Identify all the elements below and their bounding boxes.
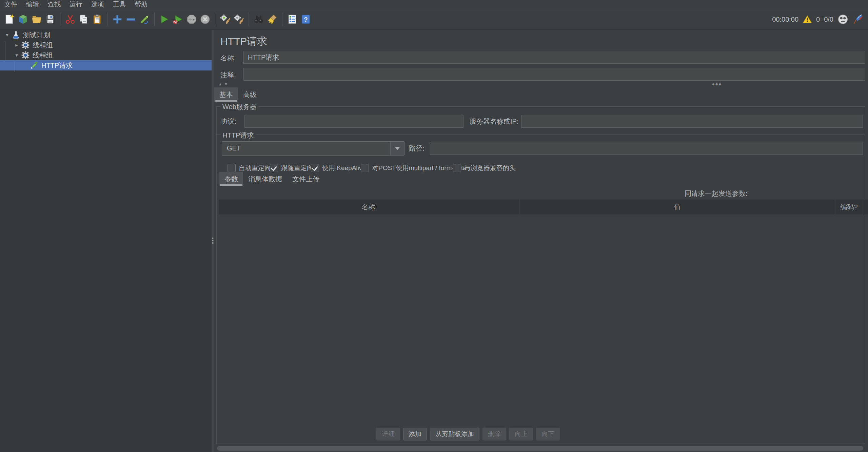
svg-text:?: ? (304, 16, 308, 23)
checkbox-label: 自动重定向 (239, 164, 271, 172)
status-ball-icon (837, 14, 848, 25)
toggle-icon[interactable] (139, 14, 150, 25)
panel-splitter-dots[interactable]: ••• (712, 80, 722, 89)
threads-ratio: 0/0 (824, 16, 833, 23)
menu-item[interactable]: 编辑 (22, 0, 43, 9)
panel-splitter-arrows[interactable]: ▲▼ (218, 82, 230, 86)
web-server-group: Web服务器 协议: 服务器名称或IP: (216, 106, 865, 135)
tab-参数[interactable]: 参数 (219, 172, 243, 186)
http-request-icon (30, 61, 39, 70)
tree-node-label: HTTP请求 (41, 61, 73, 70)
checkbox-unchecked-icon[interactable] (453, 164, 461, 172)
horizontal-scrollbar[interactable] (217, 446, 863, 451)
shutdown-icon (199, 14, 211, 25)
remote-shutdown-all-icon[interactable] (233, 14, 244, 25)
chevron-down-icon[interactable] (390, 142, 404, 155)
copy-icon[interactable] (78, 14, 90, 25)
warning-icon[interactable] (803, 15, 812, 24)
menu-item[interactable]: 查找 (43, 0, 65, 9)
remote-start-all-icon[interactable] (219, 14, 231, 25)
test-plan-tree: ▾测试计划▸线程组▾线程组HTTP请求 (0, 30, 212, 452)
tab-消息体数据[interactable]: 消息体数据 (243, 172, 287, 186)
tree-expander-down-icon[interactable]: ▾ (3, 32, 12, 38)
menu-item[interactable]: 文件 (0, 0, 22, 9)
button-向上: 向上 (509, 428, 533, 440)
checkbox-unchecked-icon[interactable] (228, 164, 236, 172)
log-viewer-icon[interactable] (287, 14, 298, 25)
send-params-label: 同请求一起发送参数: (685, 189, 748, 198)
button-从剪贴板添加[interactable]: 从剪贴板添加 (430, 428, 479, 440)
http-request-panel: HTTP请求 名称: 注释: ▲▼ ••• 基本高级 Web服务器 协议: 服务… (214, 30, 868, 452)
clear-all-icon[interactable] (267, 14, 278, 25)
save-icon[interactable] (44, 14, 56, 25)
protocol-input[interactable] (244, 115, 463, 128)
method-value: GET (222, 142, 390, 155)
menu-item[interactable]: 工具 (108, 0, 130, 9)
tab-高级[interactable]: 高级 (238, 87, 262, 102)
checkbox-label: 与浏览器兼容的头 (464, 164, 516, 172)
comment-input[interactable] (243, 68, 865, 81)
tab-基本[interactable]: 基本 (214, 87, 238, 102)
tree-node-线程组[interactable]: ▾线程组 (0, 50, 212, 60)
button-向下: 向下 (536, 428, 560, 440)
toolbar: STOP? 00:00:00 0 0/0 (0, 9, 868, 30)
start-no-pauses-icon[interactable] (172, 14, 184, 25)
tree-expander-right-icon[interactable]: ▸ (12, 42, 21, 48)
start-icon[interactable] (159, 14, 170, 25)
search-icon[interactable] (253, 14, 264, 25)
button-删除: 删除 (482, 428, 506, 440)
name-input[interactable] (243, 51, 865, 64)
checkbox-自动重定向[interactable]: 自动重定向 (228, 164, 271, 172)
checkbox-checked-icon[interactable] (270, 164, 278, 172)
cut-icon[interactable] (64, 14, 76, 25)
templates-icon[interactable] (17, 14, 29, 25)
test-plan-icon (12, 30, 20, 39)
paste-icon[interactable] (92, 14, 103, 25)
toolbar-separator (60, 13, 60, 26)
path-input[interactable] (430, 142, 863, 155)
add-icon[interactable] (112, 14, 123, 25)
checkbox-unchecked-icon[interactable] (361, 164, 369, 172)
params-buttons-row: 详细添加从剪贴板添加删除向上向下 (376, 428, 560, 440)
elapsed-time: 00:00:00 (772, 16, 798, 23)
toolbar-separator (107, 13, 107, 26)
thread-group-icon (21, 41, 30, 49)
params-tabstrip: 参数消息体数据文件上传 (219, 172, 324, 186)
column-header-编码?: 编码? (835, 200, 863, 214)
open-icon[interactable] (31, 14, 42, 25)
checkbox-checked-icon[interactable] (311, 164, 319, 172)
button-详细: 详细 (376, 428, 400, 440)
tab-文件上传[interactable]: 文件上传 (287, 172, 324, 186)
checkbox-使用 KeepAlive[interactable]: 使用 KeepAlive (311, 164, 366, 172)
web-server-legend: Web服务器 (221, 102, 258, 111)
method-select[interactable]: GET (222, 141, 405, 156)
checkbox-对POST使用multipart / form-data[interactable]: 对POST使用multipart / form-data (361, 164, 467, 172)
checkbox-跟随重定向[interactable]: 跟随重定向 (270, 164, 313, 172)
menu-item[interactable]: 选项 (87, 0, 108, 9)
jmeter-window: 文件编辑查找运行选项工具帮助 STOP? 00:00:00 0 0/0 ▾测试计… (0, 0, 868, 452)
tree-node-label: 线程组 (33, 51, 53, 60)
tree-expander-down-icon[interactable]: ▾ (12, 52, 21, 58)
tree-node-HTTP请求[interactable]: HTTP请求 (0, 60, 212, 70)
column-header-值: 值 (520, 200, 835, 214)
new-file-icon[interactable] (4, 14, 15, 25)
page-title: HTTP请求 (220, 35, 267, 48)
column-header-clipped (863, 200, 868, 214)
column-header-名称:: 名称: (219, 200, 519, 214)
function-helper-icon[interactable]: ? (300, 14, 312, 25)
toolbar-status-cluster: 00:00:00 0 0/0 (772, 14, 863, 25)
params-table-header: 名称:值编码? (219, 200, 868, 214)
tree-node-线程组[interactable]: ▸线程组 (0, 40, 212, 50)
protocol-label: 协议: (221, 117, 236, 126)
config-tabstrip: 基本高级 (214, 87, 262, 102)
server-name-label: 服务器名称或IP: (470, 117, 518, 126)
path-label: 路径: (409, 144, 425, 153)
server-name-input[interactable] (521, 115, 863, 128)
menu-item[interactable]: 运行 (65, 0, 87, 9)
remove-icon[interactable] (125, 14, 137, 25)
checkbox-与浏览器兼容的头[interactable]: 与浏览器兼容的头 (453, 164, 516, 172)
button-添加[interactable]: 添加 (403, 428, 427, 440)
tree-node-测试计划[interactable]: ▾测试计划 (0, 30, 212, 40)
comment-label: 注释: (220, 70, 236, 80)
menu-item[interactable]: 帮助 (130, 0, 152, 9)
